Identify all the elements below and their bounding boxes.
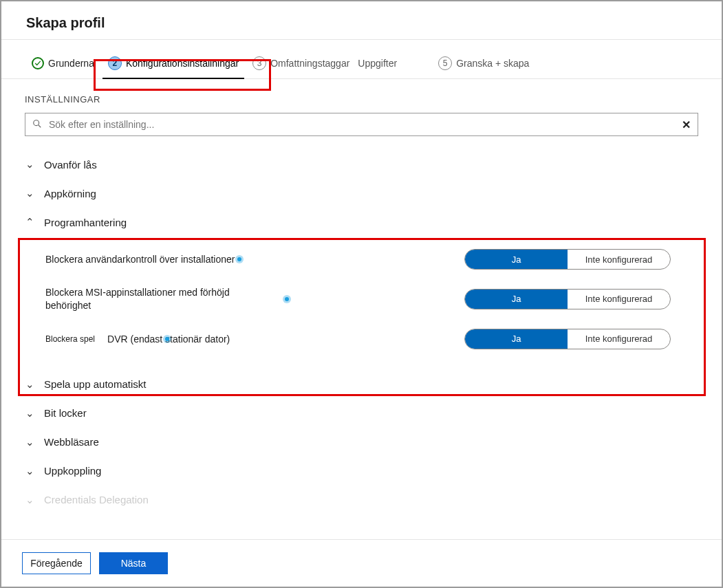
step-number: 3	[252, 56, 266, 70]
chevron-down-icon: ⌄	[25, 187, 34, 199]
info-icon[interactable]	[285, 297, 289, 301]
setting-block-msi-elevated: Blockera MSI-appinstallationer med förhö…	[45, 278, 698, 320]
group-label: Appkörning	[44, 188, 96, 199]
group-label: Bit locker	[44, 407, 87, 419]
page-title: Skapa profil	[1, 1, 722, 39]
check-icon	[32, 57, 44, 69]
group-ovanfor-las[interactable]: ⌄ Ovanför lås	[25, 150, 698, 179]
setting-label-text: Blockera MSI-appinstallationer med förhö…	[45, 286, 266, 312]
step-konfigurationsinstallningar[interactable]: 2 Konfigurationsinställningar	[102, 52, 244, 78]
setting-label-prefix: Blockera spel	[45, 334, 95, 344]
search-box[interactable]: ✕	[25, 113, 698, 136]
search-icon	[32, 119, 43, 130]
group-label: Programhantering	[44, 217, 127, 228]
next-button[interactable]: Nästa	[99, 552, 168, 574]
toggle-option-yes[interactable]: Ja	[465, 290, 568, 309]
step-uppgifter[interactable]: Uppgifter	[352, 54, 402, 77]
group-label: Ovanför lås	[44, 159, 97, 171]
svg-point-0	[34, 120, 39, 126]
footer: Föregående Nästa	[1, 539, 722, 587]
section-heading: INSTÄLLNINGAR	[1, 79, 722, 109]
chevron-up-icon: ⌃	[25, 216, 34, 228]
step-label: Uppgifter	[358, 58, 397, 69]
group-uppkoppling[interactable]: ⌄ Uppkoppling	[25, 457, 698, 486]
chevron-down-icon: ⌄	[25, 436, 34, 448]
previous-button[interactable]: Föregående	[22, 552, 91, 574]
svg-line-1	[39, 125, 41, 128]
setting-label: Blockera MSI-appinstallationer med förhö…	[45, 286, 300, 312]
step-label: Grunderna	[48, 58, 94, 69]
toggle-option-not-configured[interactable]: Inte konfigurerad	[568, 329, 670, 349]
chevron-down-icon: ⌄	[25, 158, 34, 171]
group-label: Webbläsare	[44, 436, 99, 448]
chevron-down-icon: ⌄	[25, 465, 34, 477]
setting-label: Blockera användarkontroll över installat…	[45, 254, 300, 265]
step-granska-skapa[interactable]: 5 Granska + skapa	[433, 52, 535, 78]
info-icon[interactable]	[237, 257, 241, 261]
group-appkorning[interactable]: ⌄ Appkörning	[25, 179, 698, 208]
group-spela-upp-automatiskt[interactable]: ⌄ Spela upp automatiskt	[25, 370, 698, 399]
setting-block-game-dvr: Blockera spel DVR (endast stationär dato…	[45, 320, 698, 358]
group-label: Spela upp automatiskt	[44, 378, 146, 390]
toggle-block-msi-elevated[interactable]: Ja Inte konfigurerad	[464, 289, 671, 309]
chevron-down-icon: ⌄	[25, 378, 34, 391]
setting-label: Blockera spel DVR (endast stationär dato…	[45, 334, 300, 345]
setting-block-user-control: Blockera användarkontroll över installat…	[45, 241, 698, 278]
toggle-block-user-control[interactable]: Ja Inte konfigurerad	[464, 249, 671, 270]
group-label: Uppkoppling	[44, 465, 101, 477]
toggle-block-game-dvr[interactable]: Ja Inte konfigurerad	[464, 329, 671, 349]
step-label: Granska + skapa	[456, 58, 529, 69]
group-programhantering-body: Blockera användarkontroll över installat…	[25, 237, 698, 370]
toggle-option-yes[interactable]: Ja	[465, 250, 568, 269]
step-grunderna[interactable]: Grunderna	[26, 53, 100, 78]
toggle-option-not-configured[interactable]: Inte konfigurerad	[568, 290, 670, 309]
settings-list: ⌄ Ovanför lås ⌄ Appkörning ⌃ Programhant…	[1, 143, 722, 514]
step-omfattningstaggar[interactable]: 3 Omfattningstaggar	[247, 52, 355, 78]
step-label: Konfigurationsinställningar	[126, 58, 239, 69]
toggle-option-not-configured[interactable]: Inte konfigurerad	[568, 250, 670, 269]
chevron-down-icon: ⌄	[25, 494, 34, 506]
group-bitlocker[interactable]: ⌄ Bit locker	[25, 399, 698, 428]
chevron-down-icon: ⌄	[25, 407, 34, 420]
group-credentials-delegation[interactable]: ⌄ Credentials Delegation	[25, 486, 698, 514]
search-input[interactable]	[43, 118, 682, 131]
step-number: 2	[108, 56, 122, 70]
setting-label-text: Blockera användarkontroll över installat…	[45, 254, 235, 265]
group-webblasare[interactable]: ⌄ Webbläsare	[25, 428, 698, 457]
wizard-steps: Grunderna 2 Konfigurationsinställningar …	[1, 40, 722, 79]
step-number: 5	[438, 56, 452, 70]
clear-icon[interactable]: ✕	[682, 118, 691, 131]
group-programhantering[interactable]: ⌃ Programhantering	[25, 208, 698, 237]
step-label: Omfattningstaggar	[270, 58, 349, 69]
toggle-option-yes[interactable]: Ja	[465, 329, 568, 349]
group-label: Credentials Delegation	[44, 494, 149, 505]
